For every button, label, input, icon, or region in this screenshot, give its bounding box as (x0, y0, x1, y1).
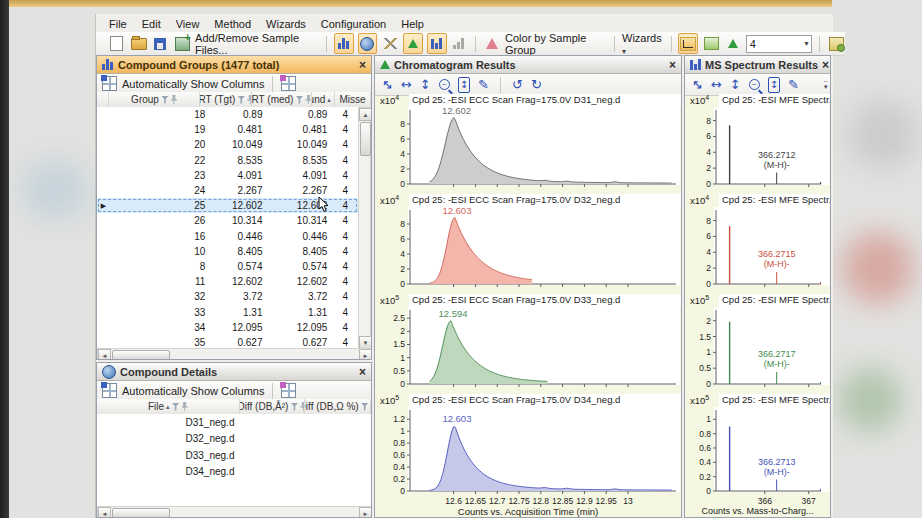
scrollbar-thumb[interactable] (112, 350, 170, 360)
table-row-group-23[interactable]: 234.0914.0914 (97, 168, 358, 183)
scrollbar-thumb[interactable] (360, 122, 371, 156)
column-header-file[interactable]: File▴ (97, 399, 240, 414)
save-button[interactable] (152, 34, 170, 53)
expand-diagonal-icon[interactable]: ↔ (689, 76, 707, 94)
chromatogram-view-button[interactable] (403, 33, 423, 54)
close-icon[interactable]: × (669, 60, 676, 70)
vertical-range-icon[interactable]: ↕ (730, 78, 741, 92)
scroll-right-icon[interactable]: ► (359, 507, 372, 518)
new-file-button[interactable] (108, 34, 126, 53)
vertical-range-icon[interactable]: ↕ (420, 78, 431, 92)
column-header-rt-tgt-[interactable]: RT (Tgt) (200, 92, 252, 107)
menu-item-configuration[interactable]: Configuration (321, 18, 386, 30)
menu-item-wizards[interactable]: Wizards (266, 18, 306, 30)
table-row-group-8[interactable]: 80.5740.5744 (97, 259, 358, 274)
horizontal-scrollbar[interactable]: ◄ ► (97, 506, 371, 518)
auto-show-columns-icon[interactable] (102, 76, 117, 91)
ms-spectrum-results-header[interactable]: MS Spectrum Results × (685, 56, 830, 74)
chromatogram-plot-area[interactable]: 0246812.602 (376, 107, 682, 191)
close-icon[interactable]: × (359, 367, 366, 377)
pin-icon[interactable] (182, 402, 188, 411)
compound-groups-table[interactable]: 180.890.894190.4810.48142010.04910.04942… (97, 107, 358, 348)
table-row-group-11[interactable]: 1112.60212.6024 (97, 274, 358, 289)
color-by-sample-group-label[interactable]: Color by Sample Group (505, 32, 607, 56)
filter-funnel-icon[interactable] (172, 403, 180, 411)
spectrum-plot-area[interactable]: 02468366.2712(M-H)- (686, 107, 831, 191)
table-row-group-34[interactable]: 3412.09512.0954 (97, 320, 358, 335)
column-header-diff-db-[interactable]: Diff (DB,Å²) (240, 399, 306, 414)
column-header-found[interactable]: Found▴ (312, 92, 335, 107)
edit-axes-icon[interactable]: ✎ (788, 78, 799, 92)
scroll-left-icon[interactable]: ◄ (98, 349, 111, 360)
table-row-group-35[interactable]: 350.6270.6274 (97, 335, 358, 348)
table-row-file[interactable]: D31_neg.d (97, 414, 371, 431)
spectrum-plot-1[interactable]: x104Cpd 25: -ESI MFE Spectr...02468366.2… (686, 94, 831, 195)
menu-item-edit[interactable]: Edit (142, 18, 161, 30)
chromatogram-plot-2[interactable]: x104Cpd 25: -ESI ECC Scan Frag=175.0V D3… (376, 194, 682, 295)
table-row-group-24[interactable]: 242.2672.2674 (97, 183, 358, 198)
scroll-up-icon[interactable]: ▲ (359, 108, 372, 121)
menu-item-method[interactable]: Method (214, 18, 251, 30)
table-row-group-16[interactable]: 160.4460.4464 (97, 229, 358, 244)
menu-item-file[interactable]: File (109, 18, 127, 30)
table-row-group-10[interactable]: 108.4058.4054 (97, 244, 358, 259)
filter-funnel-icon[interactable] (237, 96, 245, 104)
report-button[interactable] (827, 34, 845, 53)
green-triangle-button[interactable] (724, 34, 742, 53)
scrollbar-thumb[interactable] (112, 508, 170, 518)
expand-diagonal-icon[interactable]: ↔ (379, 76, 397, 94)
edit-axes-icon[interactable]: ✎ (478, 78, 489, 92)
compound-details-view-button[interactable] (358, 33, 378, 54)
chromatogram-plot-4[interactable]: x105Cpd 25: -ESI ECC Scan Frag=175.0V D3… (376, 394, 682, 518)
peaks-view-button[interactable] (381, 34, 399, 53)
add-remove-samples-button[interactable] (173, 34, 191, 53)
table-row-group-32[interactable]: 323.723.724 (97, 289, 358, 304)
scroll-left-icon[interactable]: ◄ (98, 507, 111, 518)
zoom-out-icon[interactable]: − (439, 79, 450, 90)
table-row-group-19[interactable]: 190.4810.4814 (97, 122, 358, 137)
green-chart-button[interactable] (702, 34, 720, 53)
column-header-misse[interactable]: Misse (335, 92, 371, 107)
table-row-file[interactable]: D34_neg.d (97, 464, 371, 481)
auto-show-columns-icon[interactable] (102, 383, 117, 398)
spectrum-plot-2[interactable]: x104Cpd 25: -ESI MFE Spectr...02468366.2… (686, 194, 831, 295)
menu-item-help[interactable]: Help (401, 18, 424, 30)
column-header-diff-db-[interactable]: Diff (DB,Ω %) (305, 399, 371, 414)
column-settings-icon[interactable] (281, 383, 296, 398)
close-icon[interactable]: × (822, 60, 829, 70)
column-settings-icon[interactable] (281, 76, 296, 91)
pin-icon[interactable] (171, 95, 177, 104)
auto-show-columns-label[interactable]: Automatically Show Columns (122, 385, 264, 397)
spectrum-plot-area[interactable]: 00.20.40.60.81366367366.2713(M-H)- (686, 407, 831, 518)
toolbar-overflow-icon[interactable]: ‥▾ (823, 76, 828, 90)
chromatogram-plot-1[interactable]: x104Cpd 25: -ESI ECC Scan Frag=175.0V D3… (376, 94, 682, 195)
redo-zoom-icon[interactable]: ↻ (531, 78, 542, 92)
auto-show-columns-label[interactable]: Automatically Show Columns (122, 78, 264, 90)
spectrum-plot-3[interactable]: x105Cpd 25: -ESI MFE Spectr...00.511.523… (686, 294, 831, 395)
close-icon[interactable]: × (359, 60, 366, 70)
wizard-chart-button[interactable] (678, 33, 698, 54)
table-row-group-33[interactable]: 331.311.314 (97, 304, 358, 319)
table-row-group-18[interactable]: 180.890.894 (97, 107, 358, 122)
pin-icon[interactable] (305, 95, 311, 104)
autoscale-y-icon[interactable]: ↕ (768, 77, 780, 93)
chromatogram-plot-area[interactable]: 0246812.603 (376, 207, 682, 291)
color-by-sample-group-button[interactable] (483, 34, 501, 53)
compound-details-header[interactable]: Compound Details × (97, 363, 371, 381)
chromatogram-plot-area[interactable]: 00.20.40.60.811.212.612.6512.712.7512.81… (376, 407, 682, 518)
filter-funnel-icon[interactable] (361, 403, 369, 411)
menu-item-view[interactable]: View (176, 18, 200, 30)
compound-details-column-headers[interactable]: File▴Diff (DB,Å²)Diff (DB,Ω %) (97, 399, 371, 415)
compound-groups-view-button[interactable] (334, 33, 354, 54)
count-combobox[interactable]: 4▾ (746, 35, 813, 53)
column-header-group[interactable]: Group (109, 92, 201, 107)
vertical-scrollbar[interactable]: ▲ ▼ (358, 107, 371, 348)
undo-zoom-icon[interactable]: ↺ (512, 78, 523, 92)
table-row-group-20[interactable]: 2010.04910.0494 (97, 137, 358, 152)
column-header-rt-med-[interactable]: RT (med) (252, 92, 311, 107)
filter-funnel-icon[interactable] (295, 96, 303, 104)
chromatogram-plot-3[interactable]: x105Cpd 25: -ESI ECC Scan Frag=175.0V D3… (376, 294, 682, 395)
add-remove-samples-label[interactable]: Add/Remove Sample Files... (195, 32, 319, 56)
histogram-view-button[interactable] (451, 34, 469, 53)
chromatogram-plot-area[interactable]: 00.511.522.512.594 (376, 307, 682, 391)
